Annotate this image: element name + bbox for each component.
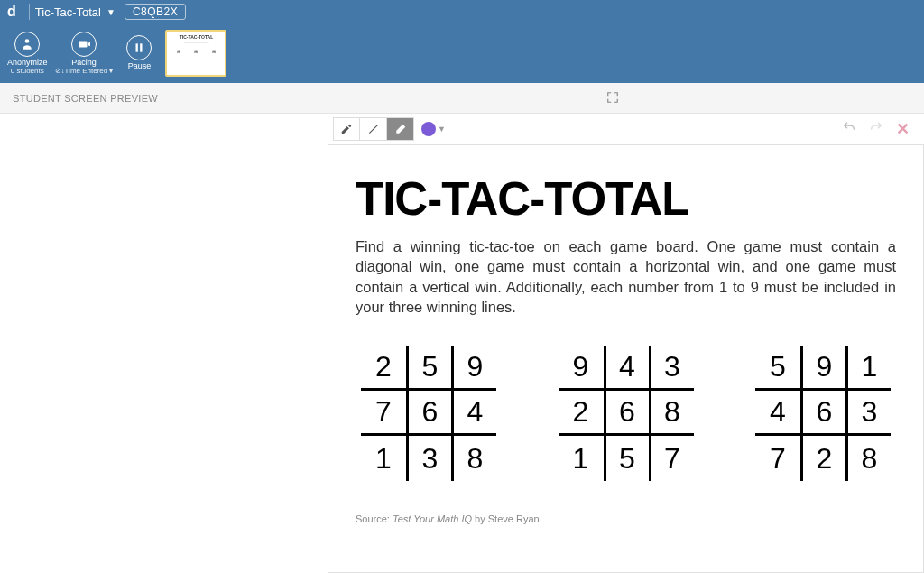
pause-label: Pause — [128, 62, 152, 71]
activity-title: Tic-Tac-Total — [35, 5, 101, 19]
line-tool[interactable] — [360, 117, 387, 141]
board-cell: 9 — [559, 346, 604, 391]
board-cell: 6 — [406, 391, 451, 436]
anonymize-icon — [14, 32, 40, 57]
game-board: 591463728 — [755, 346, 891, 481]
game-board: 259764138 — [361, 346, 496, 481]
board-cell: 2 — [800, 436, 845, 481]
svg-rect-2 — [141, 43, 143, 51]
teacher-toolbar: Anonymize 0 students Pacing ⊘↓Time Enter… — [0, 23, 924, 83]
pause-button[interactable]: Pause — [120, 35, 158, 71]
color-picker[interactable] — [421, 122, 436, 136]
draw-toolbar: ▼ ✕ — [328, 114, 924, 144]
board-cell: 9 — [800, 346, 845, 391]
fullscreen-icon[interactable] — [606, 91, 619, 106]
worksheet-title: TIC-TAC-TOTAL — [356, 172, 896, 226]
worksheet: TIC-TAC-TOTAL Find a winning tic-tac-toe… — [328, 144, 924, 573]
board-cell: 3 — [845, 391, 891, 436]
pause-icon — [126, 35, 152, 60]
board-cell: 1 — [361, 436, 406, 481]
thumb-title: TIC-TAC-TOTAL — [170, 34, 222, 40]
subheader: STUDENT SCREEN PREVIEW — [0, 83, 924, 114]
redo-button[interactable] — [869, 120, 883, 138]
preview-label: STUDENT SCREEN PREVIEW — [13, 93, 158, 104]
board-cell: 7 — [755, 436, 800, 481]
worksheet-source: Source: Test Your Math IQ by Steve Ryan — [356, 513, 896, 524]
app-header: d Tic-Tac-Total ▼ C8QB2X — [0, 0, 924, 23]
board-cell: 5 — [406, 346, 451, 391]
game-board: 943268157 — [559, 346, 694, 481]
game-boards: 259764138943268157591463728 — [356, 346, 896, 481]
worksheet-instructions: Find a winning tic-tac-toe on each game … — [356, 236, 896, 317]
board-cell: 1 — [845, 346, 891, 391]
board-cell: 7 — [649, 436, 694, 481]
eraser-tool[interactable] — [387, 117, 414, 141]
slide-thumbnail[interactable]: TIC-TAC-TOTAL ~~~~~~~~~~~~ ⊞⊞⊞ — [165, 30, 226, 77]
board-cell: 5 — [604, 436, 649, 481]
board-cell: 8 — [451, 436, 496, 481]
canvas-area: ▼ ✕ TIC-TAC-TOTAL Find a winning tic-tac… — [328, 114, 924, 573]
pacing-sublabel: ⊘↓Time Entered ▾ — [55, 68, 114, 76]
class-code[interactable]: C8QB2X — [125, 4, 186, 20]
board-cell: 2 — [559, 391, 604, 436]
anonymize-button[interactable]: Anonymize 0 students — [7, 32, 48, 76]
board-cell: 8 — [845, 436, 891, 481]
board-cell: 3 — [406, 436, 451, 481]
board-cell: 9 — [451, 346, 496, 391]
board-cell: 8 — [649, 391, 694, 436]
thumb-preview: ⊞⊞⊞ — [170, 49, 222, 54]
anonymize-sublabel: 0 students — [11, 68, 44, 76]
divider — [29, 4, 30, 20]
svg-rect-1 — [136, 43, 138, 51]
pacing-button[interactable]: Pacing ⊘↓Time Entered ▾ — [55, 32, 114, 76]
board-cell: 2 — [361, 346, 406, 391]
board-cell: 4 — [451, 391, 496, 436]
board-cell: 7 — [361, 391, 406, 436]
pacing-icon — [71, 32, 97, 57]
svg-line-3 — [369, 125, 377, 133]
board-cell: 6 — [604, 391, 649, 436]
chevron-down-icon: ▼ — [438, 125, 446, 134]
board-cell: 1 — [559, 436, 604, 481]
board-cell: 3 — [649, 346, 694, 391]
pencil-tool[interactable] — [333, 117, 360, 141]
activity-dropdown[interactable]: Tic-Tac-Total ▼ — [35, 5, 116, 19]
app-logo[interactable]: d — [7, 4, 16, 20]
board-cell: 4 — [755, 391, 800, 436]
undo-button[interactable] — [842, 120, 856, 138]
chevron-down-icon: ▼ — [106, 7, 116, 17]
close-icon[interactable]: ✕ — [896, 119, 910, 139]
board-cell: 6 — [800, 391, 845, 436]
board-cell: 5 — [755, 346, 800, 391]
board-cell: 4 — [604, 346, 649, 391]
svg-rect-0 — [79, 41, 87, 47]
